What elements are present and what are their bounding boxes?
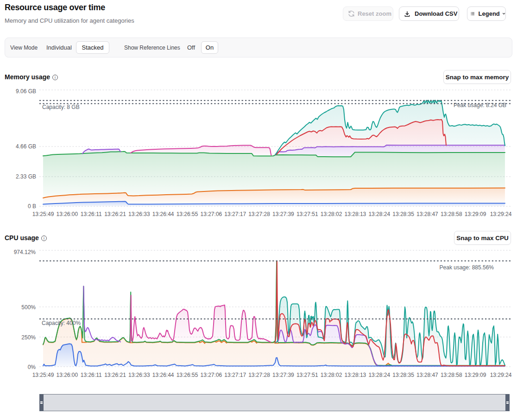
- svg-text:13:26:00: 13:26:00: [56, 211, 78, 217]
- svg-text:13:27:06: 13:27:06: [201, 211, 222, 217]
- svg-text:13:27:28: 13:27:28: [248, 211, 270, 217]
- svg-text:13:25:49: 13:25:49: [32, 211, 54, 217]
- svg-text:13:28:13: 13:28:13: [345, 372, 366, 378]
- svg-text:13:26:21: 13:26:21: [104, 211, 126, 217]
- svg-text:13:28:58: 13:28:58: [441, 211, 462, 217]
- svg-text:974.12%: 974.12%: [14, 249, 36, 255]
- svg-text:13:25:49: 13:25:49: [32, 372, 54, 378]
- svg-text:13:26:11: 13:26:11: [81, 211, 102, 217]
- svg-text:13:26:55: 13:26:55: [177, 211, 198, 217]
- svg-text:13:26:33: 13:26:33: [128, 372, 150, 378]
- svg-text:13:28:13: 13:28:13: [345, 211, 366, 217]
- svg-text:Peak usage: 885.56%: Peak usage: 885.56%: [440, 264, 494, 271]
- svg-text:9.06 GB: 9.06 GB: [16, 88, 36, 95]
- svg-text:13:27:39: 13:27:39: [272, 211, 294, 217]
- svg-text:13:29:09: 13:29:09: [465, 372, 486, 378]
- svg-text:13:29:24: 13:29:24: [490, 372, 512, 378]
- svg-text:13:26:44: 13:26:44: [152, 372, 174, 378]
- svg-text:Capacity: 400%: Capacity: 400%: [42, 320, 81, 326]
- svg-text:13:26:44: 13:26:44: [152, 211, 174, 217]
- svg-text:13:28:35: 13:28:35: [392, 372, 414, 378]
- svg-text:13:29:24: 13:29:24: [490, 211, 512, 217]
- svg-text:13:27:28: 13:27:28: [248, 372, 270, 378]
- svg-text:13:28:35: 13:28:35: [392, 211, 414, 217]
- svg-text:13:27:51: 13:27:51: [296, 211, 318, 217]
- svg-text:500%: 500%: [21, 304, 36, 311]
- svg-text:13:27:17: 13:27:17: [224, 372, 246, 378]
- svg-text:250%: 250%: [21, 334, 36, 341]
- svg-text:13:26:11: 13:26:11: [81, 372, 102, 378]
- svg-text:13:29:09: 13:29:09: [465, 211, 486, 217]
- svg-text:2.33 GB: 2.33 GB: [16, 173, 36, 180]
- svg-text:13:28:58: 13:28:58: [441, 372, 462, 378]
- svg-text:13:28:47: 13:28:47: [416, 372, 438, 378]
- svg-text:13:28:24: 13:28:24: [368, 211, 390, 217]
- svg-text:Peak usage: 8.24 GB: Peak usage: 8.24 GB: [454, 102, 506, 108]
- svg-text:13:27:17: 13:27:17: [224, 211, 246, 217]
- svg-text:13:26:55: 13:26:55: [177, 372, 198, 378]
- svg-text:0%: 0%: [28, 364, 36, 370]
- svg-text:13:28:02: 13:28:02: [321, 211, 342, 217]
- svg-text:13:28:47: 13:28:47: [416, 211, 438, 217]
- svg-text:4.66 GB: 4.66 GB: [16, 143, 36, 150]
- svg-text:0 B: 0 B: [28, 203, 36, 210]
- svg-text:13:28:24: 13:28:24: [368, 372, 390, 378]
- svg-text:13:27:06: 13:27:06: [201, 372, 222, 378]
- svg-text:13:26:00: 13:26:00: [56, 372, 78, 378]
- svg-text:13:26:21: 13:26:21: [104, 372, 126, 378]
- svg-text:13:27:39: 13:27:39: [272, 372, 294, 378]
- svg-text:13:28:02: 13:28:02: [321, 372, 342, 378]
- svg-text:13:27:51: 13:27:51: [296, 372, 318, 378]
- svg-text:13:26:33: 13:26:33: [128, 211, 150, 217]
- svg-text:Capacity: 8 GB: Capacity: 8 GB: [42, 104, 80, 110]
